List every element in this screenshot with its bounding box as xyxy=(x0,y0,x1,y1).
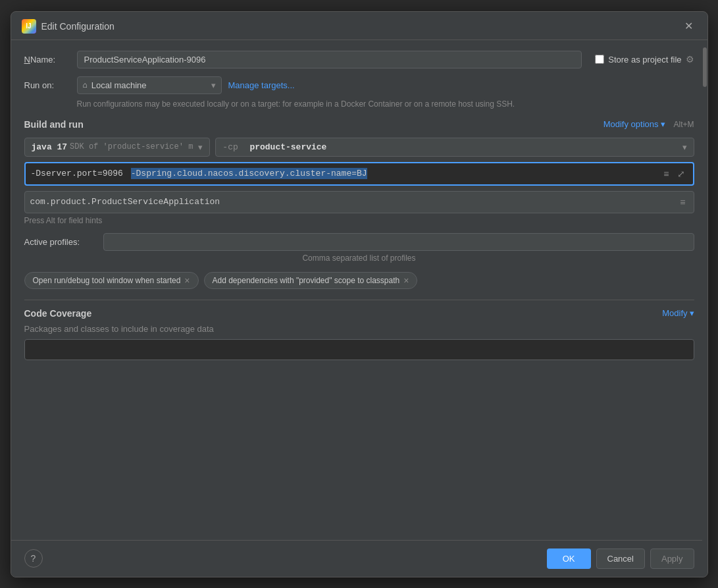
dialog-content: NName: Store as project file ⚙ Run on: ⌂… xyxy=(11,40,707,540)
sdk-classpath-row: java 17 SDK of 'product-service' m ▾ -cp… xyxy=(24,138,694,157)
chevron-down-icon-coverage: ▾ xyxy=(690,308,694,318)
action-buttons: OK Cancel Apply xyxy=(547,548,694,569)
classpath-prefix: -cp xyxy=(222,142,238,152)
tag-close-0[interactable]: × xyxy=(184,276,190,285)
store-project-label[interactable]: Store as project file xyxy=(608,55,681,65)
home-icon: ⌂ xyxy=(83,80,88,90)
store-project-checkbox[interactable] xyxy=(595,55,604,64)
tag-1: Add dependencies with "provided" scope t… xyxy=(204,272,418,289)
sdk-dropdown[interactable]: java 17 SDK of 'product-service' m ▾ xyxy=(24,138,211,157)
list-icon-main: ≡ xyxy=(680,197,685,207)
name-input[interactable] xyxy=(77,51,582,68)
chevron-down-icon-sdk: ▾ xyxy=(198,142,203,152)
apply-button[interactable]: Apply xyxy=(650,548,694,569)
sdk-detail: SDK of 'product-service' m xyxy=(70,142,193,151)
expand-icon: ⤢ xyxy=(677,169,685,179)
main-class-text: com.product.ProductServiceApplication xyxy=(30,197,678,207)
field-hint: Press Alt for field hints xyxy=(24,216,694,225)
list-icon: ≡ xyxy=(663,169,669,179)
main-class-list-btn[interactable]: ≡ xyxy=(677,196,688,209)
vm-options-expand-btn[interactable]: ⤢ xyxy=(675,167,688,180)
vm-options-field[interactable]: -Dserver.port=9096 -Dspring.cloud.nacos.… xyxy=(24,162,694,186)
title-bar: IJ Edit Configuration ✕ xyxy=(11,12,707,40)
vm-options-actions: ≡ ⤢ xyxy=(661,167,687,180)
active-profiles-input[interactable] xyxy=(103,233,694,251)
close-button[interactable]: ✕ xyxy=(681,18,697,34)
run-on-row: Run on: ⌂ Local machine ▾ Manage targets… xyxy=(24,76,694,94)
vm-options-highlighted: -Dspring.cloud.nacos.discovery.cluster-n… xyxy=(131,168,367,179)
modify-options-link[interactable]: Modify options ▾ xyxy=(603,119,666,129)
scrollbar-thumb[interactable] xyxy=(703,47,707,87)
manage-targets-link[interactable]: Manage targets... xyxy=(228,80,295,90)
tag-label-0: Open run/debug tool window when started xyxy=(33,276,181,285)
modify-options-container: Modify options ▾ Alt+M xyxy=(603,119,694,129)
main-class-field[interactable]: com.product.ProductServiceApplication ≡ xyxy=(24,191,694,213)
dialog-title: Edit Configuration xyxy=(41,21,115,32)
section-divider xyxy=(24,300,694,300)
vm-options-list-btn[interactable]: ≡ xyxy=(661,167,671,180)
ok-button[interactable]: OK xyxy=(547,548,591,569)
code-coverage-title: Code Coverage xyxy=(24,308,92,319)
chevron-down-icon: ▾ xyxy=(211,80,216,90)
name-row: NName: Store as project file ⚙ xyxy=(24,51,694,68)
tag-label-1: Add dependencies with "provided" scope t… xyxy=(213,276,400,285)
active-profiles-row: Active profiles: xyxy=(24,233,694,251)
active-profiles-label: Active profiles: xyxy=(24,237,97,247)
run-on-hint: Run configurations may be executed local… xyxy=(77,98,694,110)
run-on-dropdown[interactable]: ⌂ Local machine ▾ xyxy=(77,76,222,94)
tags-row: Open run/debug tool window when started … xyxy=(24,272,694,289)
run-on-label: Run on: xyxy=(24,80,70,90)
vm-options-text: -Dserver.port=9096 -Dspring.cloud.nacos.… xyxy=(31,169,661,178)
gear-icon[interactable]: ⚙ xyxy=(686,54,694,65)
coverage-input-area[interactable] xyxy=(24,339,694,360)
app-icon: IJ xyxy=(22,19,36,34)
scrollbar-track[interactable] xyxy=(702,41,707,543)
tag-0: Open run/debug tool window when started … xyxy=(24,272,199,289)
classpath-dropdown[interactable]: -cp product-service ▾ xyxy=(215,138,694,157)
build-run-title: Build and run xyxy=(24,119,84,130)
code-coverage-header: Code Coverage Modify ▾ xyxy=(24,308,694,319)
store-project-container: Store as project file ⚙ xyxy=(595,54,694,65)
sdk-label: java 17 xyxy=(32,142,68,152)
name-label: NName: xyxy=(24,55,70,65)
cancel-button[interactable]: Cancel xyxy=(596,548,645,569)
help-button[interactable]: ? xyxy=(24,549,43,568)
run-on-value: Local machine xyxy=(91,80,147,90)
bottom-bar: ? OK Cancel Apply xyxy=(11,540,707,577)
tag-close-1[interactable]: × xyxy=(403,276,409,285)
code-coverage-modify-link[interactable]: Modify ▾ xyxy=(662,308,694,318)
build-run-header: Build and run Modify options ▾ Alt+M xyxy=(24,119,694,130)
title-bar-left: IJ Edit Configuration xyxy=(22,19,115,34)
classpath-value: product-service xyxy=(249,142,326,152)
help-icon: ? xyxy=(31,553,36,564)
edit-configuration-dialog: IJ Edit Configuration ✕ NName: Store as … xyxy=(11,11,708,577)
shortcut-hint: Alt+M xyxy=(673,120,694,129)
comma-separated-hint: Comma separated list of profiles xyxy=(24,254,694,263)
coverage-hint: Packages and classes to include in cover… xyxy=(24,324,694,334)
chevron-down-icon-modify: ▾ xyxy=(661,119,665,129)
close-icon: ✕ xyxy=(684,20,693,32)
chevron-down-icon-classpath: ▾ xyxy=(682,142,687,152)
